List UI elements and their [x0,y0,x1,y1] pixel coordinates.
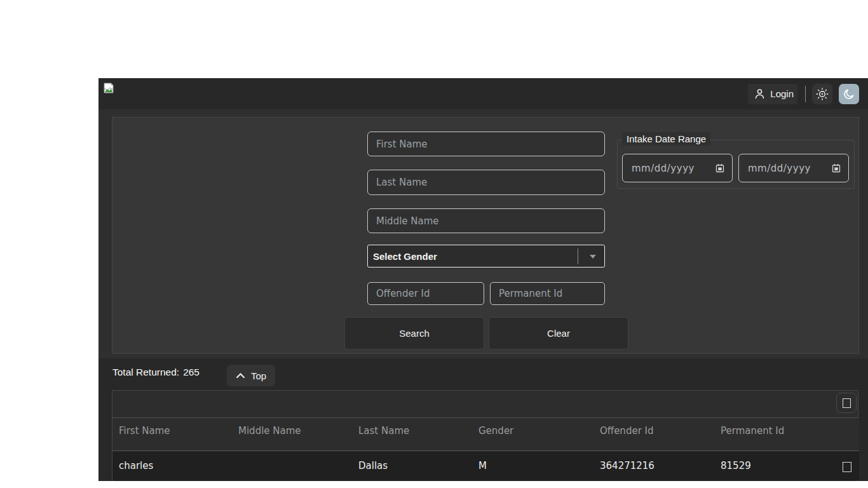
user-icon [754,88,765,100]
col-gender: Gender [472,418,593,451]
cell-gender: M [472,451,593,480]
top-right-cluster: Login [748,78,859,109]
col-middle-name: Middle Name [232,418,352,451]
select-divider [578,248,578,264]
moon-icon [843,88,855,100]
results-section: Total Returned:265 Top [98,358,868,481]
col-actions [836,418,859,451]
calendar-icon [715,163,724,173]
table-row[interactable]: charles Dallas M 364271216 81529 [112,451,859,480]
total-returned-value: 265 [183,367,200,377]
scroll-top-button[interactable]: Top [227,365,275,386]
results-table-container: First Name Middle Name Last Name Gender … [112,390,858,481]
col-permanent-id: Permanent Id [714,418,836,451]
col-last-name: Last Name [352,418,472,451]
cell-last-name: Dallas [352,451,472,480]
col-first-name: First Name [112,418,232,451]
dark-mode-button[interactable] [839,84,859,104]
results-toolbar [112,391,858,418]
chevron-up-icon [236,373,245,379]
light-mode-button[interactable] [812,84,832,104]
first-name-input[interactable] [367,132,605,156]
cell-permanent-id: 81529 [714,451,836,480]
gender-select[interactable]: Select Gender [367,245,605,268]
search-button[interactable]: Search [344,317,484,349]
table-header-row: First Name Middle Name Last Name Gender … [112,418,859,451]
sun-icon [815,87,829,101]
login-button[interactable]: Login [748,84,797,104]
intake-date-to-input[interactable]: mm/dd/yyyy [738,154,849,182]
login-label: Login [770,88,794,99]
cell-first-name: charles [112,451,232,480]
col-offender-id: Offender Id [593,418,714,451]
intake-date-from-input[interactable]: mm/dd/yyyy [622,154,733,182]
intake-date-range-legend: Intake Date Range [622,132,710,146]
select-all-button[interactable] [836,393,857,413]
cell-select [836,451,859,480]
square-icon [843,398,851,408]
app-window: Login [98,78,868,481]
gender-select-value: Select Gender [373,251,437,262]
permanent-id-input[interactable] [490,282,605,305]
search-panel: Select Gender Search Clear Intake Date R… [112,117,859,354]
date-to-placeholder: mm/dd/yyyy [748,163,832,174]
search-section: Select Gender Search Clear Intake Date R… [98,109,868,358]
row-select-checkbox[interactable] [843,462,851,472]
calendar-icon [832,163,841,173]
date-from-placeholder: mm/dd/yyyy [632,163,715,174]
intake-date-range-fieldset: Intake Date Range mm/dd/yyyy mm/dd/yyyy [617,140,855,189]
results-table: First Name Middle Name Last Name Gender … [112,418,859,480]
broken-image-icon [103,82,116,95]
clear-button[interactable]: Clear [489,317,628,349]
scroll-top-label: Top [251,370,266,381]
total-returned: Total Returned:265 [112,367,200,378]
divider [805,86,806,102]
middle-name-input[interactable] [367,208,605,233]
cell-middle-name [232,451,352,480]
cell-offender-id: 364271216 [593,451,714,480]
chevron-down-icon [590,255,596,259]
total-returned-label: Total Returned: [112,367,179,377]
top-bar: Login [98,78,868,109]
offender-id-input[interactable] [367,282,484,305]
last-name-input[interactable] [367,170,605,195]
